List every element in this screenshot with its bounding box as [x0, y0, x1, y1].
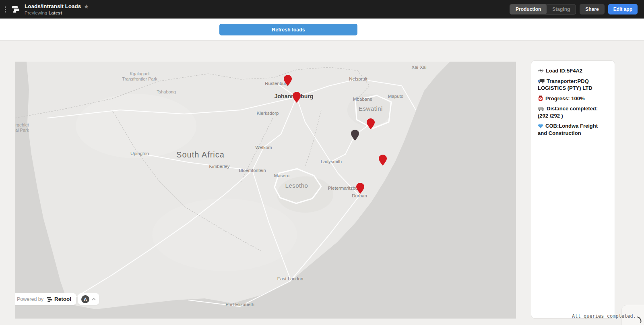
load-id-text: Load ID:5F4A2: [546, 68, 582, 74]
progress-row: Progress: 100%: [538, 95, 608, 102]
alarm-clock-icon: [538, 95, 543, 101]
distance-row: Distance completed: (292 /292 ): [538, 105, 608, 119]
cob-row: COB:Londwa Freight and Construction: [538, 122, 608, 137]
map-marker[interactable]: [351, 130, 359, 141]
previewing-label: Previewing: [25, 10, 47, 15]
powered-by-badge[interactable]: Powered by Retool: [15, 293, 76, 305]
status-toast: All queries completed.: [572, 313, 636, 319]
cob-text: COB:Londwa Freight and Construction: [538, 123, 598, 136]
map-canvas[interactable]: Powered by Retool A KgalagadiTransfronti…: [15, 62, 516, 319]
staging-tab[interactable]: Staging: [547, 4, 576, 14]
share-button[interactable]: Share: [580, 4, 604, 14]
map-marker[interactable]: [284, 75, 292, 86]
load-id-row: Load ID:5F4A2: [538, 67, 608, 75]
distance-text: Distance completed: (292 /292 ): [538, 106, 598, 119]
load-details-card: Load ID:5F4A2 Transporter:PDQ LOGISTICS …: [531, 60, 615, 319]
map-marker[interactable]: [367, 118, 375, 129]
retool-logo-icon[interactable]: [11, 5, 20, 13]
production-tab[interactable]: Production: [510, 4, 547, 14]
top-toolbar: Refresh loads: [0, 19, 644, 41]
satellite-icon: [538, 68, 544, 73]
avatar[interactable]: A: [81, 295, 89, 303]
transporter-row: Transporter:PDQ LOGISTICS (PTY) LTD: [538, 78, 608, 92]
powered-by-label: Powered by: [17, 296, 43, 302]
map-attribution: Powered by Retool A: [15, 293, 99, 305]
gem-icon: [538, 124, 543, 128]
retool-mark-icon: [46, 296, 53, 302]
previewing-version-link[interactable]: Latest: [48, 10, 62, 15]
user-menu[interactable]: A: [78, 293, 99, 305]
truck-icon: [538, 79, 545, 84]
previewing-row: Previewing Latest: [25, 10, 89, 15]
chevron-up-icon[interactable]: [92, 298, 96, 300]
retool-brand-label: Retool: [54, 296, 71, 302]
app-header: Loads/Intransit Loads ★ Previewing Lates…: [0, 0, 644, 19]
app-title: Loads/Intransit Loads: [25, 3, 81, 9]
refresh-loads-button[interactable]: Refresh loads: [219, 24, 357, 35]
star-icon[interactable]: ★: [84, 4, 89, 9]
environment-toggle: Production Staging: [510, 4, 576, 14]
kebab-menu-icon[interactable]: [4, 5, 7, 14]
progress-text: Progress: 100%: [545, 95, 585, 101]
map-marker[interactable]: [379, 155, 387, 166]
van-icon: [538, 106, 545, 111]
transporter-text: Transporter:PDQ LOGISTICS (PTY) LTD: [538, 78, 592, 91]
map-marker[interactable]: [356, 183, 364, 194]
map-marker[interactable]: [293, 92, 301, 103]
corner-arc-icon: [636, 317, 643, 324]
edit-app-button[interactable]: Edit app: [608, 4, 638, 14]
map-background: [15, 62, 516, 319]
